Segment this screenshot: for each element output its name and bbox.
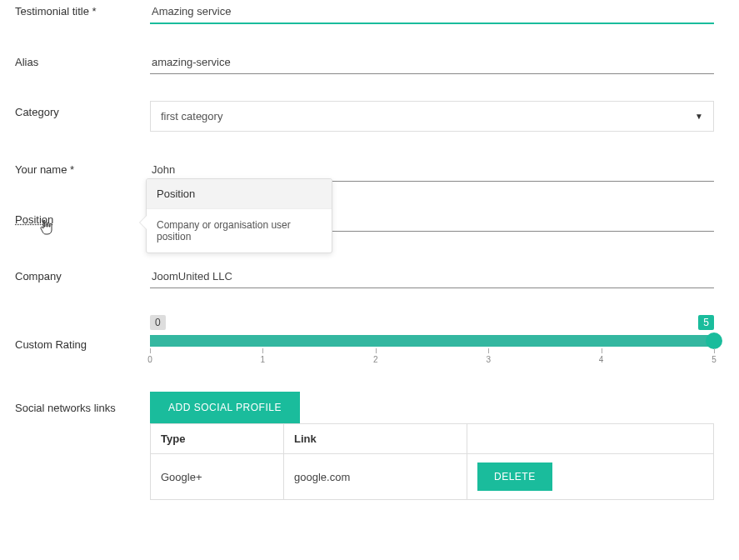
social-row-type: Google+ (151, 454, 284, 500)
tick-label-3: 3 (486, 355, 491, 364)
label-social-networks: Social networks links (0, 392, 150, 414)
label-category: Category (0, 101, 150, 118)
tooltip-body: Company or organisation user position (147, 209, 332, 252)
chevron-down-icon: ▼ (695, 112, 703, 121)
add-social-profile-button[interactable]: ADD SOCIAL PROFILE (150, 392, 300, 423)
label-position: Position (15, 213, 53, 226)
category-selected-value: first category (161, 110, 222, 122)
label-testimonial-title: Testimonial title * (0, 0, 150, 18)
testimonial-title-input[interactable] (150, 0, 714, 24)
label-custom-rating: Custom Rating (0, 315, 150, 351)
slider-max-badge: 5 (698, 315, 714, 330)
label-alias: Alias (0, 51, 150, 68)
rating-slider[interactable]: 0 5 0 1 2 3 4 5 (150, 315, 714, 365)
alias-input[interactable] (150, 51, 714, 74)
label-company: Company (0, 265, 150, 282)
slider-track[interactable] (150, 335, 714, 347)
social-header-action (467, 424, 714, 454)
tick-label-1: 1 (261, 355, 266, 364)
social-header-type: Type (151, 424, 284, 454)
slider-ticks: 0 1 2 3 4 5 (150, 348, 714, 365)
social-row: Google+ google.com DELETE (151, 454, 714, 500)
tooltip-title: Position (147, 179, 332, 209)
slider-handle[interactable] (706, 332, 722, 349)
delete-social-button[interactable]: DELETE (477, 462, 552, 491)
social-table: Type Link Google+ google.com DELETE (150, 423, 714, 500)
slider-min-badge: 0 (150, 315, 166, 330)
label-your-name: Your name * (0, 158, 150, 176)
tick-label-4: 4 (599, 355, 604, 364)
social-header-link: Link (284, 424, 467, 454)
tick-label-5: 5 (712, 355, 717, 364)
position-tooltip: Position Company or organisation user po… (146, 178, 332, 253)
category-select[interactable]: first category ▼ (150, 101, 714, 132)
social-row-link: google.com (284, 454, 467, 500)
tick-label-2: 2 (373, 355, 378, 364)
company-input[interactable] (150, 265, 714, 288)
tick-label-0: 0 (147, 355, 152, 364)
